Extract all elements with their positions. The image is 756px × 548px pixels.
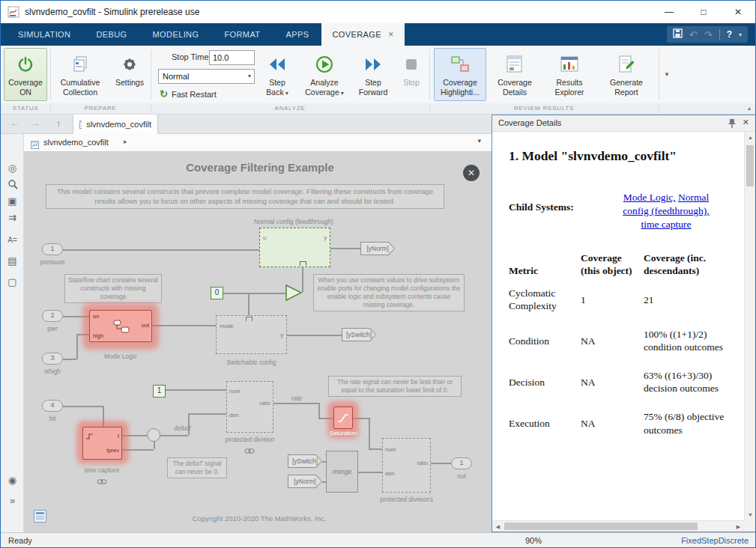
step-forward-label2: Forward	[359, 88, 388, 97]
panel-header[interactable]: Coverage Details ✕	[492, 115, 755, 132]
inport-hit[interactable]: 4	[42, 400, 63, 412]
scroll-left-icon[interactable]: ◀	[492, 521, 504, 532]
stop-button[interactable]: Stop	[396, 48, 426, 101]
stop-time-input[interactable]	[209, 50, 255, 65]
help-icon[interactable]: ?	[727, 29, 732, 40]
explorer-bar-badge-icon[interactable]	[34, 510, 46, 523]
signal-wire	[166, 389, 226, 391]
panel-close-icon[interactable]: ✕	[743, 118, 749, 127]
inport-hit-label: hit	[27, 415, 78, 422]
stateflow-note-annotation: Stateflow chart contains several constru…	[64, 274, 162, 303]
annotation-close-icon[interactable]: ✕	[463, 165, 480, 181]
expand-strip-icon[interactable]: »	[1, 495, 24, 506]
tab-close-icon[interactable]: ✕	[388, 31, 394, 38]
panel-horizontal-scrollbar[interactable]: ◀ ▶	[492, 520, 744, 532]
merge-block[interactable]: merge	[326, 451, 358, 493]
from-ynorm-block[interactable]: [yNorm]	[288, 475, 322, 488]
scroll-down-icon[interactable]: ▼	[745, 509, 756, 520]
tab-debug[interactable]: DEBUG	[83, 23, 139, 46]
document-tab[interactable]: slvnvdemo_covfilt	[73, 115, 158, 134]
inport-pwr[interactable]: 2	[42, 310, 63, 322]
inport-pressure[interactable]: 1	[42, 243, 63, 255]
save-icon[interactable]	[673, 28, 683, 41]
back-icon[interactable]: ←	[10, 118, 19, 129]
collapse-ribbon-icon[interactable]: ▴	[748, 105, 751, 112]
normal-config-subsystem[interactable]: u y	[259, 228, 330, 267]
analyze-coverage-button[interactable]: Analyze Coverage▾	[299, 48, 350, 101]
constant-1-block[interactable]: 1	[153, 385, 166, 398]
tab-modeling[interactable]: MODELING	[140, 23, 212, 46]
step-back-label2: Back▾	[266, 88, 288, 99]
results-explorer-button[interactable]: Results Explorer	[543, 48, 596, 101]
simulation-mode-select[interactable]: Normal ▾	[158, 69, 255, 84]
table-cell: 100% ((1+1)/2) condition outcomes	[644, 328, 731, 369]
scroll-up-icon[interactable]: ▲	[745, 132, 756, 143]
undo-icon[interactable]: ↶	[689, 29, 698, 40]
step-back-button[interactable]: Step Back▾	[258, 48, 296, 101]
from-yswitch-block[interactable]: [ySwitch]	[288, 454, 322, 468]
switchable-config-subsystem[interactable]: mode y	[216, 315, 287, 354]
fit-to-view-icon[interactable]: ▣	[1, 195, 24, 207]
link-mode-logic[interactable]: Mode Logic,	[623, 192, 676, 203]
minimize-button[interactable]: —	[652, 1, 686, 23]
tab-format[interactable]: FORMAT	[211, 23, 273, 46]
fast-restart-icon: ↻	[160, 89, 168, 99]
coverage-on-button[interactable]: Coverage ON	[4, 48, 47, 101]
generate-report-button[interactable]: Generate Report	[599, 48, 654, 101]
inport-ishigh[interactable]: 3	[42, 353, 63, 365]
constant-0-block[interactable]: 0	[211, 287, 223, 299]
breadcrumb[interactable]: slvnvdemo_covfilt	[43, 138, 109, 147]
breadcrumb-chevron-icon[interactable]: ▸	[124, 138, 127, 145]
tab-apps[interactable]: APPS	[273, 23, 321, 46]
stacked-documents-icon	[71, 52, 89, 76]
stateflow-icon	[113, 320, 130, 336]
viewmark-icon[interactable]: ◉	[1, 475, 24, 486]
ribbon-overflow-button[interactable]: ▾	[660, 67, 674, 82]
goto-ynorm-block[interactable]: [yNorm]	[360, 242, 395, 255]
outport-out[interactable]: 1	[451, 457, 472, 469]
panel-vertical-scrollbar[interactable]: ▲ ▼	[744, 132, 755, 520]
time-capture-subsystem[interactable]: t tprev	[82, 427, 122, 460]
step-forward-icon	[363, 52, 383, 76]
vertical-scrollbar-thumb[interactable]	[746, 145, 754, 186]
tab-coverage[interactable]: COVERAGE ✕	[321, 23, 405, 46]
protected-division-subsystem[interactable]: num den ratio	[226, 381, 273, 433]
saturation-curve-icon	[337, 412, 350, 427]
simulink-app-icon	[7, 6, 19, 18]
pin-icon[interactable]	[728, 118, 736, 132]
coverage-highlighting-button[interactable]: Coverage Highlighti...	[434, 48, 486, 101]
saturation-block[interactable]	[333, 407, 353, 429]
model-browser-icon[interactable]: ◎	[1, 162, 24, 174]
area-icon[interactable]: ▢	[1, 276, 24, 287]
up-icon[interactable]: ↑	[56, 118, 61, 129]
mode-logic-chart[interactable]: on high out	[89, 310, 152, 342]
coverage-details-button[interactable]: Coverage Details	[489, 48, 540, 101]
table-cell: Cyclomatic Complexity	[509, 287, 581, 328]
link-time-capture[interactable]: time capture	[641, 219, 691, 230]
goto-yswitch-block[interactable]: [ySwitch]	[342, 328, 376, 341]
zoom-icon[interactable]	[1, 179, 24, 192]
inport-pwr-label: pwr	[27, 325, 78, 332]
pan-icon[interactable]: ⇉	[1, 212, 24, 223]
tab-simulation[interactable]: SIMULATION	[5, 23, 83, 46]
solver-name[interactable]: FixedStepDiscrete	[681, 536, 749, 545]
maximize-button[interactable]: □	[686, 1, 721, 23]
breadcrumb-dropdown-icon[interactable]: ▾	[477, 137, 481, 144]
scroll-right-icon[interactable]: ▶	[733, 521, 744, 532]
step-forward-button[interactable]: Step Forward	[353, 48, 393, 101]
image-icon[interactable]: ▤	[1, 255, 24, 267]
protected-division1-subsystem[interactable]: num den ratio	[382, 438, 431, 493]
cumulative-collection-button[interactable]: Cumulative Collection	[53, 48, 107, 101]
horizontal-scrollbar-thumb[interactable]	[504, 523, 698, 530]
results-explorer-label2: Explorer	[554, 88, 584, 97]
qat-dropdown-icon[interactable]: ▾	[739, 31, 742, 38]
close-button[interactable]: ✕	[721, 1, 755, 23]
annotation-icon[interactable]: A=	[1, 236, 24, 244]
gain-block[interactable]	[285, 284, 302, 305]
subtract-block[interactable]	[147, 428, 160, 442]
redo-icon[interactable]: ↷	[704, 29, 713, 40]
settings-button[interactable]: Settings	[110, 48, 149, 101]
forward-icon[interactable]: →	[31, 118, 40, 129]
child-systems-label: Child Systems:	[509, 191, 621, 232]
fast-restart-button[interactable]: ↻ Fast Restart	[160, 88, 217, 100]
